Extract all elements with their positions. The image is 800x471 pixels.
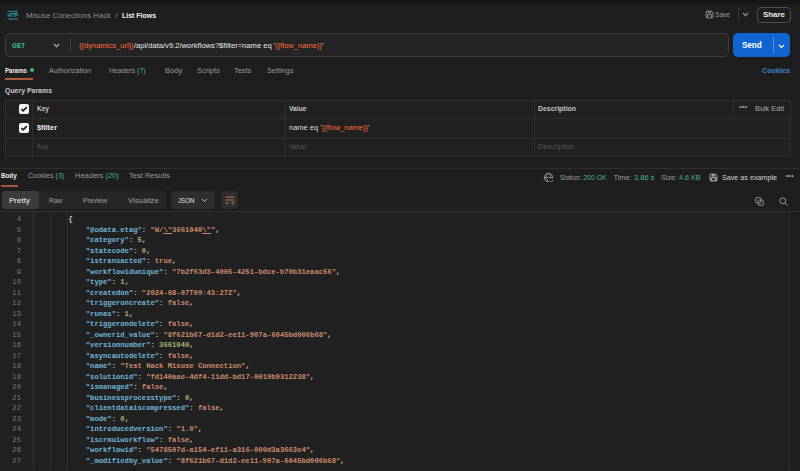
- svg-text:HTTP: HTTP: [7, 13, 18, 18]
